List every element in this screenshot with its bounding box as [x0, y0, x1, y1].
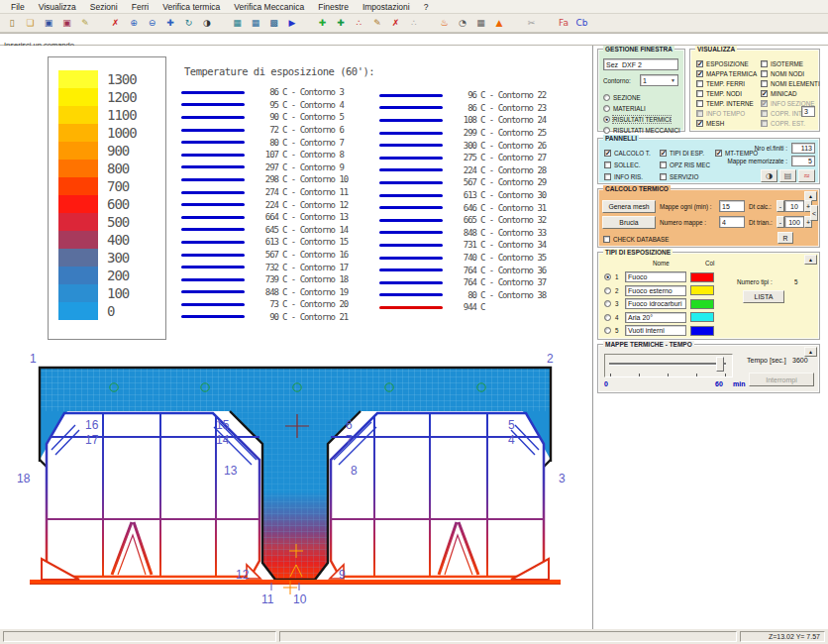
- panel-checkbox[interactable]: ✓ TIPI DI ESP.: [660, 148, 710, 158]
- display-checkbox[interactable]: NOMI ELEMENTI: [761, 78, 820, 88]
- menu-item[interactable]: ?: [417, 0, 436, 13]
- r-button[interactable]: R: [777, 232, 793, 244]
- zoom-in-icon[interactable]: ⊕: [125, 15, 143, 31]
- rebar-b-icon[interactable]: Cb: [573, 15, 591, 31]
- display-checkbox[interactable]: TEMP. NODI: [696, 88, 757, 98]
- check-database-checkbox[interactable]: CHECK DATABASE: [603, 234, 669, 244]
- brucia-button[interactable]: Brucia: [602, 216, 656, 229]
- exposure-color-swatch[interactable]: [690, 272, 714, 282]
- menu-item[interactable]: Visualizza: [32, 0, 83, 13]
- add-nodes-icon[interactable]: ✚: [332, 15, 350, 31]
- panel-checkbox[interactable]: SERVIZIO: [660, 171, 710, 181]
- slider-track[interactable]: [609, 363, 726, 365]
- interrompi-button[interactable]: Interrompi: [749, 373, 814, 386]
- genera-mesh-button[interactable]: Genera mesh: [602, 200, 656, 213]
- edit-node-icon[interactable]: ✎: [368, 15, 386, 31]
- collapse-arrow-button[interactable]: ▲: [804, 347, 817, 357]
- panel-checkbox[interactable]: OPZ RIS MEC: [660, 160, 710, 169]
- menu-item[interactable]: Impostazioni: [356, 0, 417, 13]
- shade-icon[interactable]: ◑: [198, 15, 216, 31]
- zoom-out-icon[interactable]: ⊖: [144, 15, 161, 31]
- mappe-ogni-input[interactable]: [719, 200, 745, 212]
- lista-button[interactable]: LISTA: [743, 290, 784, 303]
- copr-int-input[interactable]: [801, 106, 815, 117]
- mesh-view-icon[interactable]: ▦: [229, 15, 247, 31]
- chevron-down-icon[interactable]: ▼: [671, 77, 675, 83]
- dt-calc-minus-button[interactable]: -: [776, 200, 784, 212]
- chart-button[interactable]: ≈: [798, 169, 815, 182]
- exposure-color-swatch[interactable]: [690, 326, 714, 336]
- exposure-radio[interactable]: [604, 314, 611, 321]
- regen-icon[interactable]: ↻: [180, 15, 198, 31]
- print-button[interactable]: ▤: [779, 169, 796, 182]
- open-folder-icon[interactable]: ❏: [22, 15, 40, 31]
- collapse-arrow-button[interactable]: ▲: [804, 255, 817, 265]
- display-checkbox[interactable]: ✓ MINICAD: [761, 88, 820, 98]
- rebar-a-icon[interactable]: Fa: [555, 15, 572, 31]
- results-arrow-icon[interactable]: ▶: [283, 15, 301, 31]
- dt-trian-minus-button[interactable]: -: [776, 216, 784, 228]
- erase-icon[interactable]: ✗: [107, 15, 125, 31]
- dt-trian-value[interactable]: 100: [784, 216, 804, 228]
- dt-calc-value[interactable]: 10: [784, 200, 804, 212]
- mesh-map-icon[interactable]: ▩: [265, 15, 283, 31]
- numero-mappe-input[interactable]: [719, 216, 745, 228]
- save-dxf-icon[interactable]: ▣: [58, 15, 76, 31]
- window-name-input[interactable]: [603, 58, 678, 70]
- view-mode-radio[interactable]: SEZIONE: [603, 92, 680, 102]
- display-checkbox[interactable]: COPR. EST.: [761, 118, 820, 128]
- nodes-off-icon[interactable]: ∴: [405, 15, 423, 31]
- pan-icon[interactable]: ✚: [161, 15, 179, 31]
- exposure-color-swatch[interactable]: [690, 312, 714, 322]
- display-checkbox[interactable]: ✓ ESPOSIZIONE: [696, 58, 757, 68]
- exposure-color-swatch[interactable]: [690, 299, 714, 309]
- menu-item[interactable]: Verifica termica: [155, 0, 227, 13]
- back-step-button[interactable]: <: [810, 205, 818, 221]
- exposure-name-input[interactable]: Fuoco: [625, 271, 686, 282]
- gauge-icon[interactable]: ◔: [454, 15, 471, 31]
- display-checkbox[interactable]: ✓ MESH: [696, 118, 757, 128]
- panel-checkbox[interactable]: ✓ MT-TEMPO: [715, 148, 758, 158]
- add-node-icon[interactable]: ✚: [314, 15, 332, 31]
- save-icon[interactable]: ▣: [40, 15, 57, 31]
- menu-item[interactable]: Ferri: [125, 0, 155, 13]
- display-checkbox[interactable]: ISOTERME: [761, 58, 820, 68]
- display-checkbox[interactable]: TEMP. INTERNE: [696, 98, 757, 108]
- edit-icon[interactable]: ✎: [76, 15, 94, 31]
- exposure-radio[interactable]: [604, 287, 611, 294]
- slider-thumb[interactable]: [716, 357, 724, 372]
- menu-item[interactable]: Finestre: [311, 0, 356, 13]
- time-slider[interactable]: [604, 354, 733, 377]
- display-checkbox[interactable]: ✓ MAPPA TERMICA: [696, 68, 757, 78]
- contorno-select[interactable]: 1 ▼: [640, 74, 678, 86]
- nodes-icon[interactable]: ∴: [351, 15, 368, 31]
- thermometer-icon[interactable]: ♨: [436, 15, 454, 31]
- exposure-name-input[interactable]: Fuoco esterno: [625, 285, 686, 296]
- menu-item[interactable]: File: [4, 0, 32, 13]
- cut-icon[interactable]: ✂: [523, 15, 541, 31]
- exposure-radio[interactable]: ●: [604, 273, 611, 280]
- exposure-name-input[interactable]: Aria 20°: [625, 312, 686, 323]
- panel-checkbox[interactable]: ✓ CALCOLO T.: [604, 148, 651, 158]
- exposure-name-input[interactable]: Fuoco idrocarburi: [625, 298, 686, 309]
- display-checkbox[interactable]: INFO TEMPO: [696, 108, 757, 118]
- exposure-name-input[interactable]: Vuoti interni: [625, 325, 686, 336]
- panel-checkbox[interactable]: SOLLEC.: [604, 160, 651, 169]
- display-checkbox[interactable]: TEMP. FERRI: [696, 78, 757, 88]
- exposure-radio[interactable]: [604, 300, 611, 307]
- flame-icon[interactable]: ▲: [490, 15, 508, 31]
- exposure-radio[interactable]: [604, 327, 611, 334]
- view-mode-radio[interactable]: RISULTATI MECCANICI: [603, 125, 680, 135]
- mesh-edit-icon[interactable]: ▦: [247, 15, 264, 31]
- delete-node-icon[interactable]: ✗: [387, 15, 405, 31]
- cross-section-figure[interactable]: 1 2 18 3 16 17 15 14 13 6 7 5 4 8 12 11: [16, 341, 590, 610]
- panel-checkbox[interactable]: INFO RIS.: [604, 171, 651, 181]
- display-checkbox[interactable]: NOMI NODI: [761, 68, 820, 78]
- view-mode-radio[interactable]: MATERIALI: [603, 103, 680, 113]
- table-icon[interactable]: ▦: [472, 15, 490, 31]
- menu-item[interactable]: Sezioni: [83, 0, 125, 13]
- menu-item[interactable]: Verifica Meccanica: [227, 0, 311, 13]
- view-mode-radio[interactable]: ● RISULTATI TERMICI: [603, 114, 680, 124]
- exposure-color-swatch[interactable]: [690, 285, 714, 295]
- shade-button[interactable]: ◑: [761, 169, 777, 182]
